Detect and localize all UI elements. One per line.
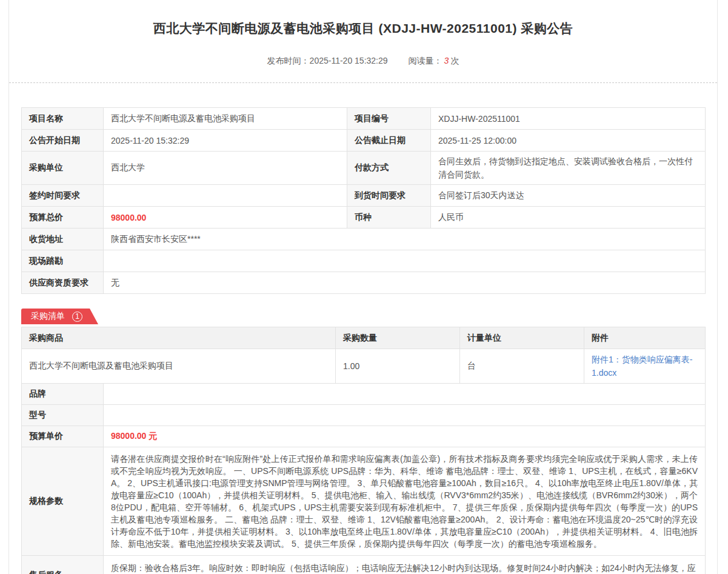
attachment-cell: 附件1：货物类响应偏离表-1.docx	[584, 349, 706, 384]
site-survey-label: 现场踏勘	[22, 250, 104, 272]
purchase-list-badge-label: 采购清单	[31, 311, 65, 322]
unit-cell: 台	[460, 349, 584, 384]
end-date-value: 2025-11-25 12:00:00	[431, 130, 706, 152]
product-column-header: 采购商品	[22, 327, 336, 349]
currency-label: 币种	[347, 207, 431, 229]
budget-total-value: 98000.00	[111, 213, 146, 222]
table-row: 品牌	[22, 384, 706, 405]
buyer-label: 采购单位	[22, 152, 104, 185]
table-row: 公告开始日期 2025-11-20 15:32:29 公告截止日期 2025-1…	[22, 130, 706, 152]
read-count-unit: 次	[450, 56, 459, 65]
spec-value: 请各潜在供应商提交报价时在“响应附件”处上传正式报价单和需求响应偏离表(加盖公章…	[104, 447, 706, 556]
start-date-label: 公告开始日期	[22, 130, 104, 152]
attachment-column-header: 附件	[584, 327, 706, 349]
unit-column-header: 计量单位	[460, 327, 584, 349]
after-sales-value: 质保期：验收合格后3年。响应时效：即时响应（包括电话响应）；电话响应无法解决12…	[104, 556, 706, 574]
buyer-value: 西北大学	[104, 152, 347, 185]
item-detail-table: 品牌 型号 预算单价 98000.00 元 规格参数 请各潜在供应商提交报价时在…	[21, 383, 706, 574]
payment-value: 合同生效后，待货物到达指定地点、安装调试验收合格后，一次性付清合同货款。	[431, 152, 706, 185]
publish-meta: 发布时间：2025-11-20 15:32:29阅读量：3次	[9, 56, 717, 67]
project-code-value: XDJJ-HW-202511001	[431, 108, 706, 130]
sign-time-label: 签约时间要求	[22, 185, 104, 207]
project-name-value: 西北大学不间断电源及蓄电池采购项目	[104, 108, 347, 130]
qualification-value: 无	[104, 272, 706, 294]
table-row: 售后服务 质保期：验收合格后3年。响应时效：即时响应（包括电话响应）；电话响应无…	[22, 556, 706, 574]
attachment-link[interactable]: 附件1：货物类响应偏离表-1.docx	[592, 353, 698, 379]
model-value	[104, 405, 706, 426]
announcement-body: 项目名称 西北大学不间断电源及蓄电池采购项目 项目编号 XDJJ-HW-2025…	[9, 83, 717, 574]
quantity-cell: 1.00	[336, 349, 460, 384]
read-count-value: 3	[442, 56, 451, 65]
table-row: 现场踏勘	[22, 250, 706, 272]
read-count-label: 阅读量：	[409, 56, 442, 65]
project-info-table: 项目名称 西北大学不间断电源及蓄电池采购项目 项目编号 XDJJ-HW-2025…	[21, 107, 706, 294]
table-row: 西北大学不间断电源及蓄电池采购项目 1.00 台 附件1：货物类响应偏离表-1.…	[22, 349, 706, 384]
unit-price-value: 98000.00 元	[111, 431, 157, 441]
quantity-column-header: 采购数量	[336, 327, 460, 349]
table-row: 型号	[22, 405, 706, 426]
payment-label: 付款方式	[347, 152, 431, 185]
end-date-label: 公告截止日期	[347, 130, 431, 152]
site-survey-value	[104, 250, 706, 272]
currency-value: 人民币	[431, 207, 706, 229]
budget-total-label: 预算总价	[22, 207, 104, 229]
delivery-time-label: 到货时间要求	[347, 185, 431, 207]
announcement-page: 西北大学不间断电源及蓄电池采购项目 (XDJJ-HW-202511001) 采购…	[8, 0, 718, 574]
publish-time-value: 2025-11-20 15:32:29	[310, 56, 388, 65]
sign-time-value	[104, 185, 347, 207]
delivery-time-value: 合同签订后30天内送达	[431, 185, 706, 207]
model-label: 型号	[22, 405, 104, 426]
table-row: 项目名称 西北大学不间断电源及蓄电池采购项目 项目编号 XDJJ-HW-2025…	[22, 108, 706, 130]
table-row: 预算总价 98000.00 币种 人民币	[22, 207, 706, 229]
purchase-list-table: 采购商品 采购数量 计量单位 附件 西北大学不间断电源及蓄电池采购项目 1.00…	[21, 327, 706, 384]
table-row: 采购单位 西北大学 付款方式 合同生效后，待货物到达指定地点、安装调试验收合格后…	[22, 152, 706, 185]
table-header-row: 采购商品 采购数量 计量单位 附件	[22, 327, 706, 349]
project-code-label: 项目编号	[347, 108, 431, 130]
start-date-value: 2025-11-20 15:32:29	[104, 130, 347, 152]
table-row: 规格参数 请各潜在供应商提交报价时在“响应附件”处上传正式报价单和需求响应偏离表…	[22, 447, 706, 556]
brand-value	[104, 384, 706, 405]
unit-price-label: 预算单价	[22, 426, 104, 447]
publish-time-label: 发布时间：	[267, 56, 310, 65]
purchase-list-badge: 采购清单 1	[21, 309, 90, 324]
table-row: 签约时间要求 到货时间要求 合同签订后30天内送达	[22, 185, 706, 207]
purchase-list-count-badge: 1	[72, 312, 82, 322]
table-row: 预算单价 98000.00 元	[22, 426, 706, 447]
after-sales-label: 售后服务	[22, 556, 104, 574]
spec-label: 规格参数	[22, 447, 104, 556]
qualification-label: 供应商资质要求	[22, 272, 104, 294]
address-value: 陕西省西安市长安区****	[104, 229, 706, 250]
address-label: 收货地址	[22, 229, 104, 250]
list-section-header: 采购清单 1	[21, 309, 705, 324]
product-name-cell: 西北大学不间断电源及蓄电池采购项目	[22, 349, 336, 384]
table-row: 供应商资质要求 无	[22, 272, 706, 294]
brand-label: 品牌	[22, 384, 104, 405]
page-title: 西北大学不间断电源及蓄电池采购项目 (XDJJ-HW-202511001) 采购…	[9, 0, 717, 37]
project-name-label: 项目名称	[22, 108, 104, 130]
announcement-header: 西北大学不间断电源及蓄电池采购项目 (XDJJ-HW-202511001) 采购…	[9, 0, 717, 83]
table-row: 收货地址 陕西省西安市长安区****	[22, 229, 706, 250]
